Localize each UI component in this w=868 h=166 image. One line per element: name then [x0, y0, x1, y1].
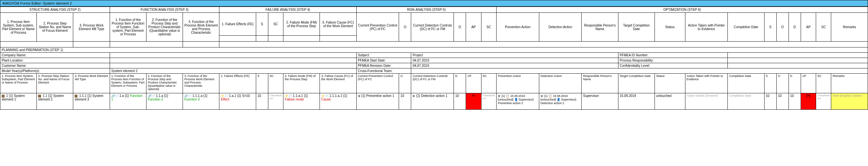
cell-effect[interactable]: ⚡📄 1.a.1 {1} S=10 Effect: [219, 93, 256, 110]
step-header-row: STRUCTURE ANALYSIS (STEP 2) FUNCTION ANA…: [0, 7, 868, 13]
cell-prevention-action[interactable]: ⊗ {1} 📋 15.08.2019 [untouched] 👤 Supervi…: [496, 93, 539, 110]
col-o2: O: [776, 13, 788, 42]
se2-text: 1.1 {1} System element 2: [38, 94, 64, 101]
cell-action-taken[interactable]: Action results (Deutsch): [685, 93, 728, 110]
cell-remarks[interactable]: Note (English) System: [831, 93, 868, 110]
thin-s[interactable]: [256, 36, 268, 42]
start-label: PFMEA Start Date:: [356, 58, 411, 63]
div-5[interactable]: [219, 42, 868, 47]
conf-label: Confidentiality Level:: [618, 63, 728, 69]
cell-d2[interactable]: 10: [788, 93, 801, 110]
col-o: O: [399, 13, 411, 42]
column-header-row: 1. Process Item System, Sub-system, Part…: [0, 13, 868, 36]
f3-text: Function 3: [184, 97, 200, 101]
hr-c25: S: [764, 74, 776, 93]
cell-prevention-control[interactable]: ⊗ {1} Preventive action 1: [356, 93, 399, 110]
structure-icon: [2, 95, 5, 97]
hr-c11: 3. Failure Cause (FC) of the Work Elemen…: [320, 74, 356, 93]
model-value[interactable]: System element 2: [110, 69, 356, 74]
cell-completion-date[interactable]: Completion Date: [728, 93, 764, 110]
div-3[interactable]: [110, 42, 183, 47]
failure-icon: ⚡📄: [221, 94, 228, 97]
col-fe: 1. Failure Effects (FE): [219, 13, 256, 36]
thin-fm[interactable]: [283, 36, 320, 42]
cell-sc[interactable]: Classification: [268, 93, 283, 110]
cell-function-1[interactable]: 🔗📄 1.a {1} Function 1: [110, 93, 146, 110]
customer-label: Customer Name:: [0, 63, 110, 69]
cell-responsible[interactable]: Supervisor: [582, 93, 618, 110]
conf-value[interactable]: [728, 63, 868, 69]
div-1[interactable]: [0, 42, 73, 47]
cell-d[interactable]: 10: [454, 93, 466, 110]
cell-o2[interactable]: 10: [776, 93, 788, 110]
col-sc2: SC: [481, 13, 496, 42]
cell-detection-control[interactable]: ⊗ {1} Detection action 1: [411, 93, 454, 110]
cell-system-element-3[interactable]: 1.1.1 {1} System element 3: [73, 93, 110, 110]
cross-value[interactable]: [411, 69, 868, 74]
function-icon: 🔗📄: [184, 94, 191, 97]
cell-ap[interactable]: H: [466, 93, 481, 110]
hr-c20: Responsible Person's Name: [582, 74, 618, 93]
cell-s[interactable]: 10: [256, 93, 268, 110]
resp-value[interactable]: [728, 58, 868, 63]
hr-c18: Prevention Action: [496, 74, 539, 93]
div-4[interactable]: [183, 42, 219, 47]
thin-fc[interactable]: [320, 36, 356, 42]
company-row: Company Name: Subject: Project PFMEA ID …: [0, 53, 868, 58]
pc-text: {1} Preventive action 1: [361, 94, 394, 97]
hr-c5: 2. Function of the Process Step and Prod…: [146, 74, 183, 93]
thin-sc[interactable]: [268, 36, 283, 42]
hr-c27: D: [788, 74, 801, 93]
hr-c4: 1. Function of the Process Item Function…: [110, 74, 146, 93]
thin-fe[interactable]: [219, 36, 256, 42]
cell-sc2[interactable]: Classification: [481, 93, 496, 110]
fm-text: Failure mode: [285, 97, 304, 101]
cell-target-date[interactable]: 15.08.2019: [618, 93, 654, 110]
cell-cause[interactable]: ⚡📄 1.1.1.a.1 {1} Cause: [320, 93, 356, 110]
col-prev-action: Prevention Action: [496, 13, 539, 42]
cell-failure-mode[interactable]: ⚡📄 1.1.a.1 {1} Failure mode: [283, 93, 320, 110]
col-func2: 2. Function of the Process Step and Prod…: [146, 13, 183, 42]
hr-c24: Completion Date: [728, 74, 764, 93]
col-process-step: 2. Process Step Station No. and Name of …: [37, 13, 73, 42]
rev-value[interactable]: 04.07.2019: [411, 63, 618, 69]
plant-value[interactable]: [110, 58, 356, 63]
cell-o[interactable]: 10: [399, 93, 411, 110]
cell-detection-action[interactable]: ⊗ {1} 📋 15.08.2019 [untouched] 👤 Supervi…: [539, 93, 582, 110]
col-work-element: 3. Process Work Element 4M Type: [73, 13, 110, 42]
col-pc: Current Prevention Control (PC) of FC: [356, 13, 399, 42]
model-row: Model Year(s)/Platform(s): System elemen…: [0, 69, 868, 74]
cell-status[interactable]: untouched: [654, 93, 685, 110]
eff-text: Effect: [221, 97, 229, 101]
cell-function-2[interactable]: 🔗📄 1.1.a {1} Function 2: [146, 93, 183, 110]
div-2[interactable]: [73, 42, 110, 47]
col-fc: 3. Failure Cause (FC) of the Work Elemen…: [320, 13, 356, 36]
data-row-1[interactable]: 1 {1} System element 1 1.1 {1} System el…: [0, 93, 868, 110]
hr-c21: Target Completion Date: [618, 74, 654, 93]
cell-function-3[interactable]: 🔗📄 1.1.1.a {1} Function 3: [183, 93, 219, 110]
pfmea-id-value[interactable]: [728, 53, 868, 58]
cell-s2[interactable]: 10: [764, 93, 776, 110]
cell-system-element-1[interactable]: 1 {1} System element 1: [0, 93, 37, 110]
action-icon: ⊗: [358, 94, 361, 97]
subject-value[interactable]: Project: [411, 53, 618, 58]
f1-pre: 1.a {1}: [120, 94, 130, 97]
start-value[interactable]: 04.07.2019: [411, 58, 618, 63]
cell-ap2[interactable]: (H): [801, 93, 816, 110]
c-pre: 1.1.1.a.1 {1}: [330, 94, 347, 97]
function-icon: 🔗📄: [111, 94, 119, 97]
model-label: Model Year(s)/Platform(s):: [0, 69, 110, 74]
header-repeat-row: 1. Process Item System, Subsystem, Part …: [0, 74, 868, 93]
step3-header: FUNCTION ANALYSIS (STEP 3): [110, 7, 219, 13]
company-value[interactable]: [110, 53, 356, 58]
cell-sc3[interactable]: Classification: [816, 93, 831, 110]
col-target-date: Target Completion Date: [618, 13, 654, 42]
col-resp: Responsible Person's Name: [582, 13, 618, 42]
f2-pre: 1.1.a {1}: [156, 94, 168, 97]
cell-system-element-2[interactable]: 1.1 {1} System element 2: [37, 93, 73, 110]
col-completion: Completion Date: [728, 13, 764, 42]
hr-c26: O: [776, 74, 788, 93]
structure-icon: [38, 95, 41, 97]
fmea-table: STRUCTURE ANALYSIS (STEP 2) FUNCTION ANA…: [0, 6, 868, 110]
customer-value[interactable]: [110, 63, 356, 69]
